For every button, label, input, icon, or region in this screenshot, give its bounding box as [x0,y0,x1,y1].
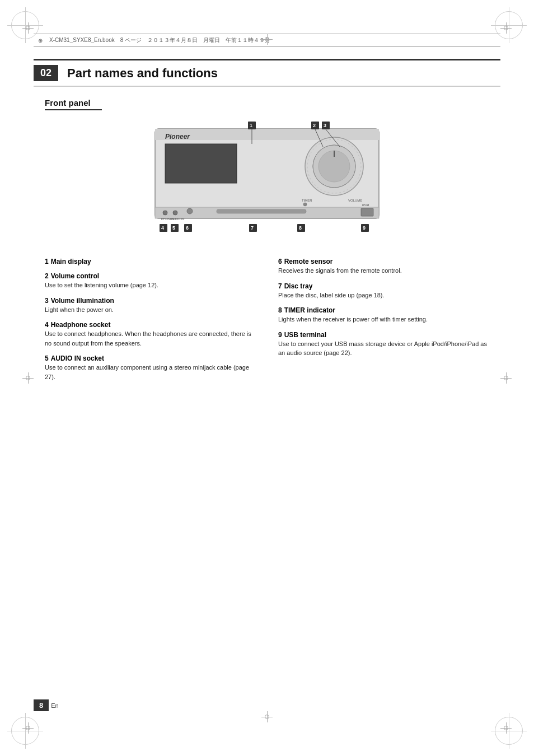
device-svg: Pioneer TIMER VOLUME PHONES [149,119,385,236]
desc-item-4: 4 Headphone socket Use to connect headph… [45,321,256,348]
svg-text:8: 8 [299,225,302,231]
svg-text:VOLUME: VOLUME [348,199,362,202]
svg-text:9: 9 [363,225,366,231]
svg-rect-4 [165,144,237,183]
desc-num-4: 4 [45,321,49,329]
front-panel-title: Front panel [45,98,102,110]
svg-text:6: 6 [186,225,189,231]
desc-num-8: 8 [278,306,282,314]
bottom-center-reg [261,711,273,722]
reg-mark-right [500,372,512,384]
desc-left-col: 1 Main display 2 Volume control Use to s… [45,258,256,388]
desc-item-7: 7 Disc tray Place the disc, label side u… [278,282,489,300]
svg-text:TIMER: TIMER [302,199,312,202]
desc-text-7: Place the disc, label side up (page 18). [278,291,489,300]
svg-point-19 [187,208,193,214]
svg-text:AUDIO IN: AUDIO IN [171,217,184,221]
chapter-header: 02 Part names and functions [34,59,500,87]
corner-mark-bl [22,722,34,734]
svg-point-17 [173,211,177,215]
desc-title-6: Remote sensor [284,258,333,265]
svg-text:3: 3 [324,123,326,128]
svg-text:5: 5 [172,225,175,231]
corner-mark-tr [500,22,512,34]
svg-text:Pioneer: Pioneer [165,133,190,141]
desc-title-4: Headphone socket [51,321,111,329]
desc-text-8: Lights when the receiver is power off wi… [278,315,489,324]
desc-item-3: 3 Volume illumination Light when the pow… [45,297,256,315]
descriptions-section: 1 Main display 2 Volume control Use to s… [45,258,489,388]
desc-num-1: 1 [45,258,49,265]
desc-text-6: Receives the signals from the remote con… [278,266,489,276]
desc-item-8: 8 TIMER indicator Lights when the receiv… [278,306,489,324]
desc-item-5: 5 AUDIO IN socket Use to connect an auxi… [45,354,256,381]
page-number: 8 [34,699,49,711]
page-lang: En [51,702,58,709]
desc-num-5: 5 [45,354,49,362]
desc-text-3: Light when the power on. [45,305,256,315]
svg-text:iPod: iPod [362,203,369,207]
desc-num-9: 9 [278,331,282,339]
svg-point-13 [303,203,307,206]
svg-text:7: 7 [251,225,254,231]
reg-mark-left [22,372,34,384]
svg-text:2: 2 [313,123,316,128]
chapter-title: Part names and functions [67,66,218,81]
desc-title-2: Volume control [51,272,99,280]
svg-text:4: 4 [161,225,164,231]
desc-num-7: 7 [278,282,282,290]
desc-title-1: Main display [51,258,91,265]
svg-point-15 [163,211,167,215]
chapter-number: 02 [34,65,58,81]
desc-title-3: Volume illumination [51,297,114,305]
desc-item-1: 1 Main display [45,258,256,265]
desc-item-9: 9 USB terminal Use to connect your USB m… [278,331,489,358]
desc-text-5: Use to connect an auxiliary component us… [45,363,256,381]
desc-title-9: USB terminal [284,331,326,339]
desc-right-col: 6 Remote sensor Receives the signals fro… [278,258,489,388]
svg-rect-20 [217,209,306,213]
front-panel-section: Front panel Pioneer TIMER [45,98,489,249]
desc-title-5: AUDIO IN socket [51,354,104,362]
svg-rect-22 [361,208,373,216]
desc-item-2: 2 Volume control Use to set the listenin… [45,272,256,290]
corner-mark-br [500,722,512,734]
device-illustration: Pioneer TIMER VOLUME PHONES [149,119,385,238]
top-center-reg [261,34,273,45]
desc-item-6: 6 Remote sensor Receives the signals fro… [278,258,489,276]
desc-title-8: TIMER indicator [284,306,335,314]
corner-mark-tl [22,22,34,34]
desc-text-4: Use to connect headphones. When the head… [45,329,256,348]
desc-text-2: Use to set the listening volume (page 12… [45,281,256,290]
desc-num-2: 2 [45,272,49,280]
svg-text:1: 1 [250,123,252,128]
desc-text-9: Use to connect your USB mass storage dev… [278,339,489,358]
desc-num-6: 6 [278,258,282,265]
desc-title-7: Disc tray [284,282,313,290]
desc-num-3: 3 [45,297,49,305]
page-footer: 8 En [34,699,59,711]
